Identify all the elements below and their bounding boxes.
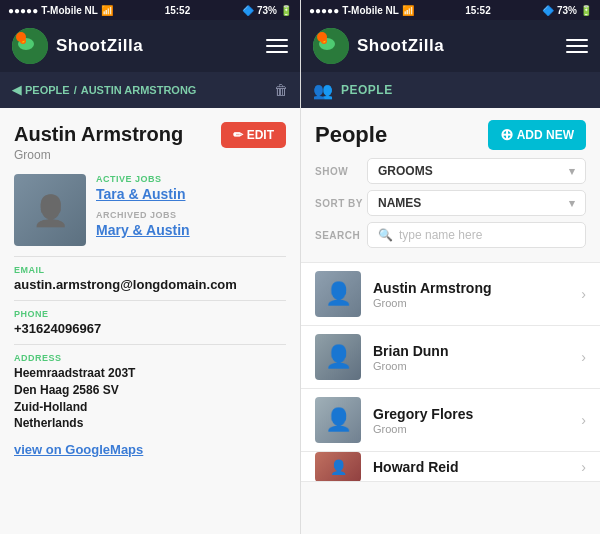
list-item[interactable]: 👤 Austin Armstrong Groom › [301,262,600,326]
person-full-name: Austin Armstrong [14,122,183,146]
people-header: People ⊕ ADD NEW [301,108,600,158]
person-info: Brian Dunn Groom [373,343,581,372]
person-info: Howard Reid [373,459,581,475]
left-panel: ●●●●● T-Mobile NL 📶 15:52 🔷 73% 🔋 ShootZ… [0,0,300,534]
person-thumbnail: 👤 [315,271,361,317]
nav-back-label: PEOPLE [25,84,70,96]
battery-level-r: 73% [557,5,577,16]
app-name-r: ShootZilla [357,36,444,56]
person-list-role: Groom [373,423,581,435]
jobs-section: ACTIVE JOBS Tara & Austin ARCHIVED JOBS … [96,174,286,246]
person-photo [14,174,86,246]
person-info: Gregory Flores Groom [373,406,581,435]
plus-icon: ⊕ [500,127,513,143]
sort-filter-label: SORT BY [315,198,367,209]
edit-icon: ✏ [233,128,243,142]
app-header-right: ShootZilla [301,20,600,72]
logo-area: ShootZilla [12,28,143,64]
sort-filter-row: SORT BY NAMES ▾ [315,190,586,216]
search-row: SEARCH 🔍 type name here [315,222,586,248]
nav-current-label: AUSTIN ARMSTRONG [81,84,197,96]
svg-point-7 [323,40,326,43]
status-carrier-r: ●●●●● T-Mobile NL 📶 [309,5,414,16]
app-header-left: ShootZilla [0,20,300,72]
active-job-link[interactable]: Tara & Austin [96,186,286,202]
person-role: Groom [14,148,183,162]
person-thumbnail: 👤 [315,397,361,443]
people-content: People ⊕ ADD NEW SHOW GROOMS ▾ SORT BY N… [301,108,600,534]
status-right: 🔷 73% 🔋 [242,5,292,16]
logo-area-r: ShootZilla [313,28,444,64]
search-placeholder: type name here [399,228,482,242]
delete-icon[interactable]: 🗑 [274,82,288,98]
person-list-name: Howard Reid [373,459,581,475]
person-list-name: Gregory Flores [373,406,581,422]
person-list-role: Groom [373,360,581,372]
edit-button[interactable]: ✏ EDIT [221,122,286,148]
wifi-icon-r: 📶 [402,5,414,16]
sort-filter-select[interactable]: NAMES ▾ [367,190,586,216]
battery-icon: 🔋 [280,5,292,16]
person-thumbnail: 👤 [315,334,361,380]
list-item[interactable]: 👤 Brian Dunn Groom › [301,326,600,389]
chevron-down-icon: ▾ [569,165,575,178]
bluetooth-icon-r: 🔷 [542,5,554,16]
phone-value: +31624096967 [14,321,286,336]
archived-jobs-label: ARCHIVED JOBS [96,210,286,220]
person-thumbnail: 👤 [315,452,361,482]
menu-button[interactable] [266,39,288,53]
bluetooth-icon: 🔷 [242,5,254,16]
search-label: SEARCH [315,230,367,241]
signal-dots-r: ●●●●● [309,5,339,16]
nav-separator: / [74,84,77,96]
nav-people-label: PEOPLE [341,83,393,97]
person-list-name: Brian Dunn [373,343,581,359]
person-list-name: Austin Armstrong [373,280,581,296]
status-time-r: 15:52 [465,5,491,16]
address-label: ADDRESS [14,353,286,363]
divider-1 [14,256,286,257]
app-name: ShootZilla [56,36,143,56]
menu-button-r[interactable] [566,39,588,53]
status-bar-right: ●●●●● T-Mobile NL 📶 15:52 🔷 73% 🔋 [301,0,600,20]
people-nav-icon: 👥 [313,81,333,100]
status-right-r: 🔷 73% 🔋 [542,5,592,16]
address-value: Heemraadstraat 203T Den Haag 2586 SV Zui… [14,365,286,432]
filters-section: SHOW GROOMS ▾ SORT BY NAMES ▾ SEARCH 🔍 t… [301,158,600,258]
list-item-chevron: › [581,286,586,302]
svg-point-3 [22,40,25,43]
people-title: People [315,122,387,148]
list-item-chevron: › [581,412,586,428]
svg-point-6 [321,38,327,44]
list-item-chevron: › [581,459,586,475]
svg-point-2 [20,38,26,44]
divider-3 [14,344,286,345]
people-list: 👤 Austin Armstrong Groom › 👤 Brian Dunn … [301,258,600,482]
person-header: Austin Armstrong Groom ✏ EDIT [14,122,286,162]
right-panel: ●●●●● T-Mobile NL 📶 15:52 🔷 73% 🔋 ShootZ… [300,0,600,534]
person-detail-row: ACTIVE JOBS Tara & Austin ARCHIVED JOBS … [14,174,286,246]
list-item-chevron: › [581,349,586,365]
list-item[interactable]: 👤 Howard Reid › [301,452,600,482]
person-detail-content: Austin Armstrong Groom ✏ EDIT ACTIVE JOB… [0,108,300,534]
battery-icon-r: 🔋 [580,5,592,16]
battery-level: 73% [257,5,277,16]
chevron-down-icon-2: ▾ [569,197,575,210]
add-new-button[interactable]: ⊕ ADD NEW [488,120,586,150]
list-item[interactable]: 👤 Gregory Flores Groom › [301,389,600,452]
view-maps-link[interactable]: view on GoogleMaps [14,442,143,457]
search-input-wrap[interactable]: 🔍 type name here [367,222,586,248]
wifi-icon: 📶 [101,5,113,16]
email-value: austin.armstrong@longdomain.com [14,277,286,292]
archived-job-link[interactable]: Mary & Austin [96,222,286,238]
divider-2 [14,300,286,301]
app-logo-icon-r [313,28,349,64]
show-filter-label: SHOW [315,166,367,177]
back-button[interactable]: ◀ PEOPLE / AUSTIN ARMSTRONG [12,83,196,97]
active-jobs-label: ACTIVE JOBS [96,174,286,184]
show-filter-select[interactable]: GROOMS ▾ [367,158,586,184]
nav-bar-right: 👥 PEOPLE [301,72,600,108]
search-icon: 🔍 [378,228,393,242]
signal-dots: ●●●●● [8,5,38,16]
app-logo-icon [12,28,48,64]
